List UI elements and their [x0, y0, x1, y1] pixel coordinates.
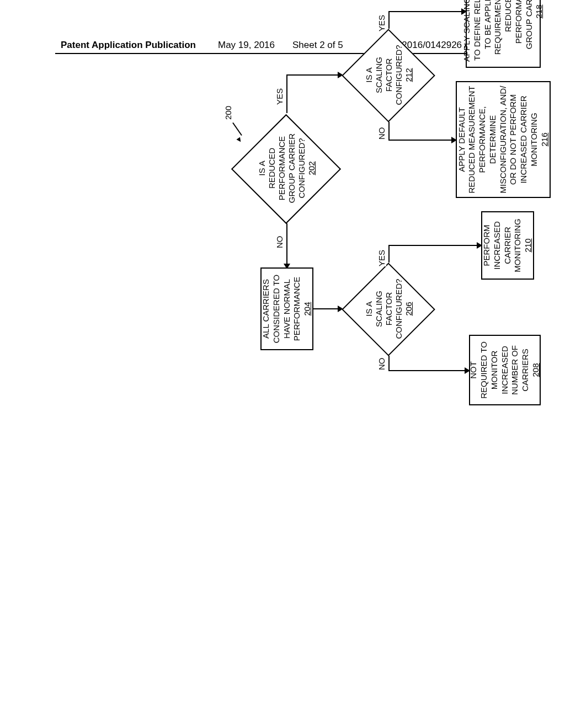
b208-ref: 208 — [531, 363, 541, 377]
d202-l5: CONFIGURED? — [297, 138, 307, 198]
b216-ref: 216 — [540, 132, 550, 146]
b204-l2: CONSIDERED TO — [271, 275, 282, 343]
b210-ref: 210 — [523, 238, 534, 252]
d206-l1: IS A — [364, 301, 374, 317]
d206-ref: 206 — [404, 302, 414, 315]
b216-l6: OR DO NOT PERFORM — [508, 94, 519, 185]
d202-l2: REDUCED — [267, 148, 277, 189]
d202-l4: GROUP CARRIER — [287, 133, 297, 203]
b204-ref: 204 — [302, 302, 313, 315]
b208-l4: INCREASED — [500, 346, 510, 394]
edge-206-208-h — [388, 356, 390, 371]
edge-212-218-h — [388, 12, 390, 29]
b218-ref: 218 — [534, 4, 545, 18]
process-208: NOT REQUIRED TO MONITOR INCREASED NUMBER… — [469, 335, 541, 405]
b218-l4: REQUIREMENTS FOR — [493, 0, 503, 55]
edge-206-210-v — [388, 245, 478, 246]
b204-l1: ALL CARRIERS — [261, 279, 271, 339]
d206-l2: SCALING — [374, 291, 384, 327]
d202-l1: IS A — [257, 160, 267, 176]
b218-l3: TO BE APPLIED TO — [483, 0, 493, 49]
d212-l2: SCALING — [374, 57, 384, 93]
edge-212-216-h — [388, 122, 390, 141]
b218-l5: REDUCED PERFORMANCE — [503, 0, 524, 63]
edge-202-yes: YES — [275, 88, 284, 105]
b218-l2: TO DEFINE RELAXATION — [472, 0, 483, 61]
edge-202-no: NO — [275, 236, 284, 249]
edge-204-206 — [313, 308, 339, 309]
b216-l8: MONITORING — [529, 113, 540, 166]
b208-l6: CARRIERS — [520, 349, 531, 392]
edge-206-yes: YES — [377, 250, 386, 266]
edge-206-no: NO — [377, 358, 386, 371]
d212-l1: IS A — [364, 67, 374, 83]
edge-212-216-v — [388, 140, 452, 141]
d206-l4: CONFIGURED? — [394, 279, 404, 339]
b216-l3: PERFORMANCE, — [477, 106, 488, 173]
edge-202-212-v — [286, 74, 339, 76]
b216-l7: INCREASED CARRIER — [519, 95, 529, 183]
flowchart-200: 200 IS A REDUCED PERFORMANCE GROUP CARRI… — [232, 0, 565, 334]
edge-202-204 — [286, 223, 287, 265]
b208-l5: NUMBER OF — [510, 345, 520, 395]
b204-l4: PERFORMANCE — [292, 277, 302, 341]
b216-l2: REDUCED MEASUREMENT — [467, 86, 477, 194]
d212-l4: CONFIGURED? — [394, 45, 404, 105]
b210-l4: MONITORING — [513, 218, 523, 272]
decision-202: IS A REDUCED PERFORMANCE GROUP CARRIER C… — [232, 113, 342, 223]
figure-2-rotated: 200 IS A REDUCED PERFORMANCE GROUP CARRI… — [232, 328, 237, 334]
b208-l1: NOT — [468, 361, 479, 379]
b208-l2: REQUIRED TO — [479, 341, 489, 399]
edge-212-yes: YES — [377, 15, 386, 31]
b216-l4: DETERMINE — [488, 115, 498, 164]
edge-212-no: NO — [377, 127, 386, 140]
b204-l3: HAVE NORMAL — [282, 279, 292, 339]
b210-l3: CARRIER — [503, 227, 513, 264]
header-left: Patent Application Publication — [61, 40, 196, 51]
d202-l3: PERFORMANCE — [277, 136, 287, 201]
b210-l2: INCREASED — [492, 221, 503, 270]
edge-212-218-v — [388, 11, 462, 12]
process-218: APPLY SCALING FACTOR TO DEFINE RELAXATIO… — [466, 0, 541, 68]
b210-l1: PERFORM — [482, 225, 492, 266]
d212-ref: 212 — [404, 68, 414, 82]
d206-l3: FACTOR — [384, 292, 394, 326]
b216-l1: APPLY DEFAULT — [457, 107, 467, 172]
edge-206-210-h — [388, 246, 390, 263]
process-210: PERFORM INCREASED CARRIER MONITORING 210 — [481, 211, 534, 280]
decision-212: IS A SCALING FACTOR CONFIGURED? 212 — [342, 28, 436, 122]
d202-ref: 202 — [307, 161, 317, 175]
process-204: ALL CARRIERS CONSIDERED TO HAVE NORMAL P… — [260, 267, 313, 350]
edge-206-208-v — [388, 370, 466, 371]
b218-l6: GROUP CARRIERS — [524, 0, 535, 49]
d212-l3: FACTOR — [384, 58, 394, 92]
b208-l3: MONITOR — [489, 351, 500, 390]
b216-l5: MISCONFIGURATION, AND/ — [498, 86, 509, 194]
edge-202-212-h — [286, 74, 287, 113]
decision-206: IS A SCALING FACTOR CONFIGURED? 206 — [342, 262, 436, 356]
page: Patent Application Publication May 19, 2… — [0, 0, 565, 728]
process-216: APPLY DEFAULT REDUCED MEASUREMENT PERFOR… — [456, 81, 551, 198]
b218-l1: APPLY SCALING FACTOR — [462, 0, 472, 62]
